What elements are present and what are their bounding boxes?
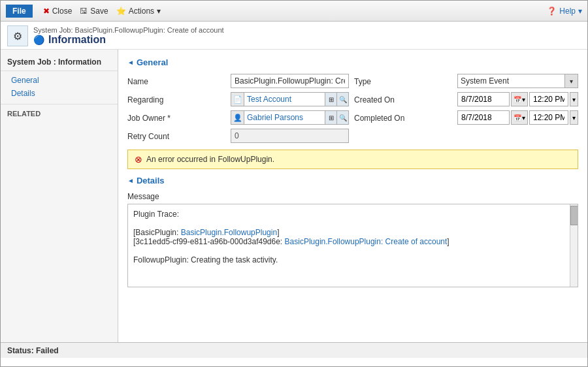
completed-on-date-field: 📅▾ ▾ — [457, 110, 578, 125]
status-bar: Status: Failed — [1, 342, 587, 358]
breadcrumb-bar: ⚙ System Job: BasicPlugin.FollowupPlugin… — [1, 22, 587, 50]
job-owner-lookup[interactable]: 👤 Gabriel Parsons ⊞ 🔍 — [231, 110, 349, 125]
close-label: Close — [52, 7, 73, 16]
completed-on-container: 📅▾ ▾ — [457, 110, 578, 125]
save-button[interactable]: 🖫 Save — [76, 5, 112, 17]
regarding-lookup-icon: 📄 — [231, 93, 244, 106]
regarding-label: Regarding — [127, 92, 225, 106]
created-on-date-input[interactable] — [457, 92, 510, 106]
trace-line4: FollowupPlugin: Creating the task activi… — [133, 255, 572, 264]
details-collapse-icon: ◄ — [127, 177, 134, 184]
trace-label: Plugin Trace: — [133, 210, 572, 219]
help-icon: ❓ — [547, 7, 557, 16]
main-layout: System Job : Information General Details… — [1, 50, 587, 342]
completed-on-label: Completed On — [354, 110, 452, 125]
job-owner-lookup-icon: 👤 — [231, 111, 244, 124]
help-label: Help — [559, 7, 576, 16]
trace-link-1[interactable]: BasicPlugin.FollowupPlugin — [181, 228, 277, 237]
sidebar-item-details[interactable]: Details — [1, 87, 118, 100]
trace-link-2[interactable]: BasicPlugin.FollowupPlugin: Create of ac… — [285, 237, 448, 246]
content-area: ◄ General Name Type System Event ▾ Regar… — [118, 50, 587, 342]
created-on-time-button[interactable]: ▾ — [570, 92, 578, 106]
sidebar: System Job : Information General Details… — [1, 50, 118, 342]
job-owner-lookup-clear-icon[interactable]: ⊞ — [325, 111, 336, 124]
general-section-header: ◄ General — [127, 57, 578, 67]
name-value-container — [231, 74, 349, 88]
actions-chevron-icon: ▾ — [157, 7, 161, 16]
retry-count-input — [231, 129, 349, 143]
error-icon: ⊗ — [135, 154, 142, 165]
trace-scrollbar[interactable] — [570, 204, 578, 287]
info-icon: 🔵 — [33, 35, 44, 45]
trace-box: Plugin Trace: [BasicPlugin: BasicPlugin.… — [127, 204, 578, 287]
sidebar-related: Related — [1, 104, 118, 120]
created-on-label: Created On — [354, 92, 452, 106]
details-section-header: ◄ Details — [127, 176, 578, 185]
details-section-label: Details — [137, 176, 165, 185]
type-select-arrow-icon[interactable]: ▾ — [564, 74, 578, 88]
type-label: Type — [354, 74, 452, 88]
created-on-container: 📅▾ ▾ — [457, 92, 578, 106]
close-icon: ✖ — [43, 7, 50, 16]
job-icon: ⚙ — [13, 30, 22, 42]
retry-count-value-container — [231, 129, 349, 143]
sidebar-title: System Job : Information — [1, 55, 118, 71]
completed-on-time-button[interactable]: ▾ — [570, 110, 578, 125]
trace-line1: [BasicPlugin: BasicPlugin.FollowupPlugin… — [133, 228, 572, 237]
regarding-lookup-clear-icon[interactable]: ⊞ — [325, 93, 336, 106]
general-collapse-icon: ◄ — [127, 59, 134, 66]
completed-on-calendar-button[interactable]: 📅▾ — [511, 110, 528, 125]
help-chevron-icon: ▾ — [578, 7, 582, 16]
job-owner-label: Job Owner * — [127, 110, 225, 125]
close-button[interactable]: ✖ Close — [39, 5, 76, 17]
message-label: Message — [127, 192, 578, 201]
breadcrumb-icon: ⚙ — [7, 25, 28, 46]
name-label: Name — [127, 74, 225, 88]
calendar-icon: 📅 — [514, 96, 521, 103]
trace-content: Plugin Trace: [BasicPlugin: BasicPlugin.… — [133, 210, 572, 281]
save-icon: 🖫 — [80, 7, 88, 16]
file-button[interactable]: File — [6, 5, 33, 18]
toolbar: File ✖ Close 🖫 Save ⭐ Actions ▾ ❓ Help ▾ — [1, 1, 587, 22]
job-owner-lookup-zoom-icon[interactable]: 🔍 — [336, 111, 348, 124]
created-on-time-input[interactable] — [529, 92, 568, 106]
actions-label: Actions — [129, 7, 154, 16]
sidebar-item-general[interactable]: General — [1, 74, 118, 87]
regarding-lookup-text: Test Account — [244, 95, 325, 104]
general-form: Name Type System Event ▾ Regarding 📄 Tes… — [127, 74, 578, 143]
breadcrumb-title: 🔵 Information — [33, 34, 224, 46]
created-on-calendar-button[interactable]: 📅▾ — [511, 92, 528, 106]
trace-scrollbar-thumb[interactable] — [570, 206, 578, 225]
regarding-lookup[interactable]: 📄 Test Account ⊞ 🔍 — [231, 92, 349, 106]
regarding-value-container: 📄 Test Account ⊞ 🔍 — [231, 92, 349, 106]
completed-on-date-input[interactable] — [457, 110, 510, 125]
regarding-lookup-zoom-icon[interactable]: 🔍 — [336, 93, 348, 106]
error-message: An error occurred in FollowUpPlugin. — [146, 155, 274, 164]
error-bar: ⊗ An error occurred in FollowUpPlugin. — [127, 150, 578, 169]
details-section: ◄ Details Message Plugin Trace: [BasicPl… — [127, 176, 578, 287]
name-input[interactable] — [231, 74, 349, 88]
completed-on-time-input[interactable] — [529, 110, 568, 125]
type-select-text: System Event — [458, 76, 564, 86]
job-owner-value-container: 👤 Gabriel Parsons ⊞ 🔍 — [231, 110, 349, 125]
calendar-icon: 📅 — [514, 114, 521, 121]
status-label: Status: Failed — [7, 346, 59, 355]
retry-count-label: Retry Count — [127, 129, 225, 143]
actions-button[interactable]: ⭐ Actions ▾ — [112, 5, 165, 17]
help-button[interactable]: ❓ Help ▾ — [547, 7, 582, 16]
general-section-label: General — [137, 57, 168, 67]
type-value-container: System Event ▾ — [457, 74, 578, 88]
job-owner-lookup-text: Gabriel Parsons — [244, 113, 325, 122]
type-select[interactable]: System Event ▾ — [457, 74, 578, 88]
save-label: Save — [90, 7, 108, 16]
breadcrumb-path: System Job: BasicPlugin.FollowupPlugin: … — [33, 26, 224, 34]
created-on-date-field: 📅▾ ▾ — [457, 92, 578, 106]
trace-line2: [3c11edd5-cf99-e811-a96b-000d3af49d6e: B… — [133, 237, 572, 246]
actions-icon: ⭐ — [116, 7, 126, 16]
